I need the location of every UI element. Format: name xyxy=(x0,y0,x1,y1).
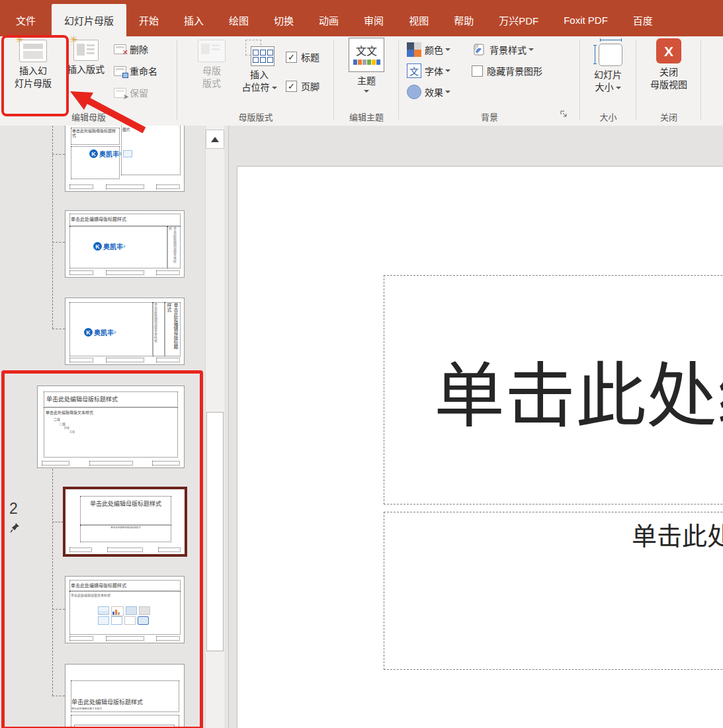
layout-thumbnail[interactable]: 单击此处编辑母版标题样式 单击此处编辑母版文本样式 K奥凯丰® xyxy=(65,210,185,278)
tab-slide-master[interactable]: 幻灯片母版 xyxy=(52,4,126,36)
effects-icon xyxy=(407,85,421,99)
close-master-view-button[interactable]: X 关闭 母版视图 xyxy=(643,38,695,91)
footer-checkbox[interactable]: ✓ 页脚 xyxy=(286,79,319,93)
group-label-background: 背景 xyxy=(399,110,580,123)
insert-placeholder-button[interactable]: 插入 占位符 xyxy=(235,40,283,94)
insert-slide-master-icon: ✳ xyxy=(5,40,61,62)
slide-size-icon xyxy=(593,38,622,66)
chevron-down-icon xyxy=(272,87,277,89)
fonts-icon: 文 xyxy=(407,63,421,78)
ribbon-tab-bar: 文件 幻灯片母版 开始 插入 绘图 切换 动画 审阅 视图 帮助 万兴PDF F… xyxy=(0,0,723,36)
group-background: 颜色 文 字体 效果 背景样式 隐藏背景图形 背景 xyxy=(399,36,580,125)
tab-help[interactable]: 帮助 xyxy=(441,4,486,36)
group-close: X 关闭 母版视图 关闭 xyxy=(636,36,701,125)
background-styles-button[interactable]: 背景样式 xyxy=(472,42,534,57)
pin-icon xyxy=(10,522,20,536)
delete-icon: ✕ xyxy=(114,44,126,54)
company-logo: K奥凯丰® xyxy=(93,241,126,251)
title-placeholder-text: 单击此处编辑母版标题样式 xyxy=(434,339,723,441)
layout-thumbnail[interactable] xyxy=(74,725,175,728)
slide-thumbnails-panel: 单击此处编辑母版标题样式 图片 K奥凯丰® 单击此处编辑母版标题样式 单击此处编… xyxy=(0,126,228,728)
tree-connector xyxy=(52,126,53,329)
chevron-down-icon xyxy=(616,87,621,89)
tab-review[interactable]: 审阅 xyxy=(351,4,396,36)
chevron-down-icon xyxy=(445,69,450,72)
tab-file[interactable]: 文件 xyxy=(0,4,52,36)
rename-button[interactable]: 重命名 xyxy=(114,63,157,78)
layout-thumbnail-selected[interactable]: 单击此处编辑母版标题样式 单击此处编辑母版副标题样式 xyxy=(63,487,187,557)
insert-slide-master-label: 插入幻 xyxy=(5,65,61,77)
thumbnail-scrollbar-thumb[interactable] xyxy=(206,412,224,651)
chevron-down-icon xyxy=(529,48,534,51)
insert-layout-icon: ✳ xyxy=(65,40,107,61)
close-master-view-icon: X xyxy=(656,38,681,63)
master-number: 2 xyxy=(9,500,18,518)
tab-insert[interactable]: 插入 xyxy=(171,4,216,36)
tab-view[interactable]: 视图 xyxy=(396,4,441,36)
colors-button[interactable]: 颜色 xyxy=(407,42,450,57)
preserve-button[interactable]: ➤ 保留 xyxy=(114,85,148,100)
background-dialog-launcher[interactable] xyxy=(560,109,568,121)
sparkle-icon: ✳ xyxy=(15,34,24,44)
layout-thumbnail[interactable]: 单击此处编辑母版标题样式 单击此处编辑母版文本样式 xyxy=(65,664,185,728)
title-checkbox[interactable]: ✓ 标题 xyxy=(286,50,319,64)
up-arrow-icon xyxy=(211,137,219,142)
tree-connector xyxy=(52,154,65,155)
rename-icon xyxy=(114,66,126,76)
insert-layout-label: 插入版式 xyxy=(65,63,107,76)
subtitle-placeholder[interactable]: 单击此处编辑母版副标题样式 xyxy=(384,512,723,670)
effects-button[interactable]: 效果 xyxy=(407,85,450,99)
group-label-size: 大小 xyxy=(580,110,636,123)
title-checkbox-box[interactable]: ✓ xyxy=(286,52,297,63)
scrollbar-up-button[interactable] xyxy=(206,130,224,149)
tree-connector xyxy=(52,242,65,243)
group-master-layout: 母版 版式 插入 占位符 ✓ 标题 ✓ 页脚 母版版式 xyxy=(177,36,334,125)
subtitle-placeholder-text: 单击此处编辑母版副标题样式 xyxy=(321,516,723,552)
group-edit-theme: 文文 主题 编辑主题 xyxy=(334,36,399,125)
group-label-edit-theme: 编辑主题 xyxy=(334,110,399,123)
layout-thumbnail[interactable]: 单击此处编辑母版文本样式 单击此处编辑母版标题样式 K奥凯丰® xyxy=(65,298,185,365)
themes-button[interactable]: 文文 主题 xyxy=(347,38,386,94)
delete-button[interactable]: ✕ 删除 xyxy=(114,42,148,56)
sparkle-icon: ✳ xyxy=(69,34,78,44)
group-size: 幻灯片 大小 大小 xyxy=(580,36,636,125)
tree-connector xyxy=(52,609,65,610)
background-styles-icon xyxy=(472,42,486,57)
chevron-down-icon xyxy=(364,90,369,93)
layout-thumbnail[interactable]: 单击此处编辑母版标题样式 单击此处编辑母版文本样式 xyxy=(65,576,185,643)
tab-wanxing-pdf[interactable]: 万兴PDF xyxy=(486,4,551,36)
company-logo: K奥凯丰® xyxy=(89,149,132,159)
hide-background-graphics-checkbox[interactable]: 隐藏背景图形 xyxy=(472,63,542,78)
group-label-edit-master: 编辑母版 xyxy=(0,110,177,123)
fonts-button[interactable]: 文 字体 xyxy=(407,63,450,78)
tab-transitions[interactable]: 切换 xyxy=(261,4,306,36)
group-label-close: 关闭 xyxy=(636,110,701,123)
tab-draw[interactable]: 绘图 xyxy=(216,4,261,36)
tree-connector xyxy=(52,469,53,696)
insert-layout-button[interactable]: ✳ 插入版式 xyxy=(65,40,107,76)
ribbon: ✳ 插入幻 灯片母版 ✳ 插入版式 ✕ 删除 重命名 xyxy=(0,36,723,126)
insert-slide-master-button[interactable]: ✳ 插入幻 灯片母版 xyxy=(5,40,61,90)
content-placeholder-icons xyxy=(98,606,150,616)
powerpoint-slide-master-view: { "colors": { "ribbon_red": "#b7472a", "… xyxy=(0,0,723,728)
master-layout-button[interactable]: 母版 版式 xyxy=(192,40,232,90)
group-edit-master: ✳ 插入幻 灯片母版 ✳ 插入版式 ✕ 删除 重命名 xyxy=(0,36,177,125)
company-logo: K奥凯丰® xyxy=(84,327,116,337)
footer-checkbox-box[interactable]: ✓ xyxy=(286,81,297,92)
chevron-down-icon xyxy=(445,91,450,93)
hide-background-graphics-box[interactable] xyxy=(472,65,483,77)
themes-icon: 文文 xyxy=(349,38,384,72)
preserve-icon: ➤ xyxy=(114,88,126,98)
slide-master-thumbnail[interactable]: 单击此处编辑母版标题样式 单击此处编辑母版文本样式 二级 三级 四级 五级 xyxy=(37,385,185,468)
tab-home[interactable]: 开始 xyxy=(126,4,171,36)
slide-master-editing-surface[interactable]: 单击此处编辑母版标题样式 单击此处编辑母版副标题样式 xyxy=(237,166,723,728)
tab-foxit-pdf[interactable]: Foxit PDF xyxy=(551,4,620,36)
title-placeholder[interactable]: 单击此处编辑母版标题样式 xyxy=(384,275,723,505)
slide-size-button[interactable]: 幻灯片 大小 xyxy=(584,38,632,94)
chevron-down-icon xyxy=(445,48,450,51)
layout-thumbnail[interactable]: 单击此处编辑母版标题样式 图片 K奥凯丰® xyxy=(65,126,185,192)
tab-animations[interactable]: 动画 xyxy=(306,4,351,36)
tab-baidu[interactable]: 百度 xyxy=(620,4,665,36)
master-layout-icon xyxy=(192,40,232,62)
tree-connector xyxy=(52,329,65,329)
